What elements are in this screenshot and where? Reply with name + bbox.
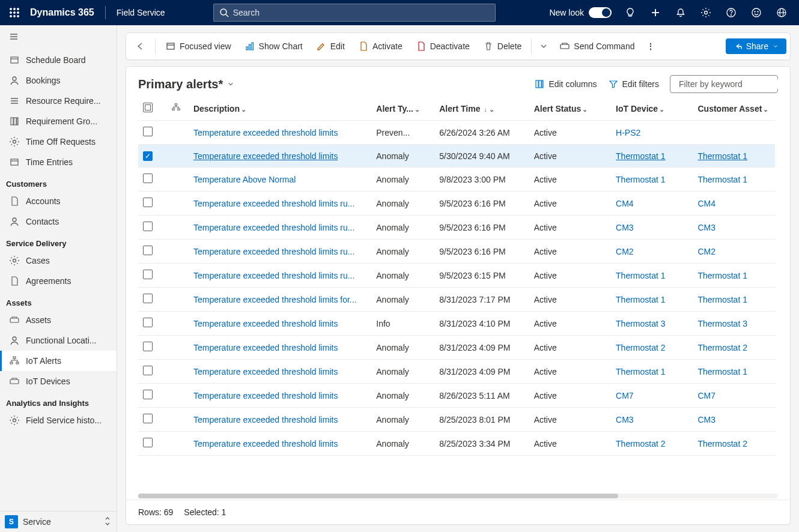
table-row[interactable]: Temperature exceeded threshold limitsAno… [138,384,775,408]
app-launcher-icon[interactable] [5,7,24,18]
nav-item[interactable]: Schedule Board [0,50,117,70]
area-switcher[interactable]: S Service [0,511,117,532]
table-row[interactable]: Temperature exceeded threshold limits ru… [138,240,775,264]
asset-link[interactable]: Thermostat 1 [697,271,747,280]
col-alert-status[interactable]: Alert Status⌄ [529,97,611,121]
device-link[interactable]: CM3 [616,415,634,425]
asset-link[interactable]: Thermostat 1 [697,175,747,184]
table-row[interactable]: Temperature exceeded threshold limits fo… [138,288,775,312]
description-link[interactable]: Temperature exceeded threshold limits ru… [193,223,354,232]
table-row[interactable]: ✓Temperature exceeded threshold limitsAn… [138,145,775,168]
description-link[interactable]: Temperature exceeded threshold limits [193,343,338,352]
description-link[interactable]: Temperature exceeded threshold limits [193,319,338,328]
nav-item[interactable]: Cases [0,250,117,271]
globe-icon[interactable] [769,7,794,18]
row-checkbox-cell[interactable] [138,312,163,336]
checkbox-icon[interactable] [143,366,153,375]
asset-link[interactable]: Thermostat 1 [697,295,747,304]
nav-item[interactable]: Resource Require... [0,91,117,111]
col-hierarchy[interactable] [163,97,189,121]
add-icon[interactable] [643,7,668,18]
show-chart-button[interactable]: Show Chart [238,37,309,55]
asset-link[interactable]: CM3 [697,223,715,232]
table-row[interactable]: Temperature exceeded threshold limitsAno… [138,432,775,456]
checkbox-icon[interactable] [143,318,153,327]
view-title[interactable]: Primary alerts* [138,77,235,91]
horizontal-scrollbar[interactable] [126,492,790,500]
device-link[interactable]: Thermostat 2 [616,343,665,352]
row-checkbox-cell[interactable] [138,432,163,456]
checkbox-icon[interactable] [143,198,153,207]
search-input[interactable] [233,8,490,17]
col-description[interactable]: Description⌄ [189,97,371,121]
feedback-icon[interactable] [744,7,769,18]
back-button[interactable] [130,41,151,52]
row-checkbox-cell[interactable] [138,384,163,408]
module-name[interactable]: Field Service [111,8,171,17]
device-link[interactable]: Thermostat 1 [616,367,665,376]
device-link[interactable]: CM7 [616,391,634,401]
help-icon[interactable] [718,7,744,18]
share-button[interactable]: Share [726,38,786,54]
table-row[interactable]: Temperature exceeded threshold limits ru… [138,192,775,216]
chevron-updown-icon[interactable] [103,516,112,528]
global-search[interactable] [213,4,496,22]
send-command-button[interactable]: Send Command [553,37,640,55]
device-link[interactable]: Thermostat 1 [616,271,665,280]
asset-link[interactable]: Thermostat 2 [697,343,747,352]
checkbox-icon[interactable] [143,390,153,399]
nav-item[interactable]: Field Service histo... [0,410,117,431]
nav-item[interactable]: Accounts [0,191,117,211]
row-checkbox-cell[interactable] [138,360,163,384]
nav-item[interactable]: IoT Alerts [0,351,117,371]
asset-link[interactable]: Thermostat 1 [697,367,747,376]
asset-link[interactable]: CM2 [697,247,715,256]
checkbox-icon[interactable] [143,127,153,136]
nav-item[interactable]: Time Off Requests [0,131,117,152]
activate-button[interactable]: Activate [352,37,409,55]
description-link[interactable]: Temperature exceeded threshold limits ru… [193,247,354,256]
table-row[interactable]: Temperature exceeded threshold limits ru… [138,216,775,240]
description-link[interactable]: Temperature exceeded threshold limits ru… [193,271,354,280]
table-row[interactable]: Temperature exceeded threshold limitsAno… [138,360,775,384]
asset-link[interactable]: CM7 [697,391,715,401]
checkbox-icon[interactable] [143,103,153,112]
row-checkbox-cell[interactable] [138,264,163,288]
description-link[interactable]: Temperature exceeded threshold limits [193,391,338,401]
description-link[interactable]: Temperature exceeded threshold limits fo… [193,295,357,304]
chevron-down-icon[interactable] [226,77,235,91]
description-link[interactable]: Temperature exceeded threshold limits [193,128,338,138]
checkbox-icon[interactable] [143,414,153,423]
bell-icon[interactable] [668,7,693,18]
description-link[interactable]: Temperature exceeded threshold limits [193,367,338,376]
nav-item[interactable]: Assets [0,310,117,330]
device-link[interactable]: CM4 [616,199,634,208]
nav-item[interactable]: Contacts [0,211,117,232]
delete-split-button[interactable] [535,41,552,52]
asset-link[interactable]: Thermostat 2 [697,439,747,449]
row-checkbox-cell[interactable] [138,240,163,264]
nav-item[interactable]: Bookings [0,70,117,91]
row-checkbox-cell[interactable] [138,216,163,240]
table-row[interactable]: Temperature exceeded threshold limits ru… [138,264,775,288]
table-row[interactable]: Temperature Above NormalAnomaly9/8/2023 … [138,168,775,192]
row-checkbox-cell[interactable]: ✓ [138,145,163,168]
device-link[interactable]: Thermostat 3 [616,319,665,328]
sidebar-toggle[interactable] [0,25,117,50]
new-look-toggle[interactable]: New look [549,7,612,18]
col-alert-type[interactable]: Alert Ty...⌄ [371,97,434,121]
device-link[interactable]: Thermostat 1 [616,175,665,184]
checkbox-icon[interactable] [143,222,153,231]
description-link[interactable]: Temperature exceeded threshold limits [193,415,338,425]
device-link[interactable]: Thermostat 1 [616,151,665,161]
checkbox-icon[interactable] [143,270,153,279]
filter-box[interactable] [670,75,778,93]
checkbox-icon[interactable] [143,174,153,183]
asset-link[interactable]: CM4 [697,199,715,208]
edit-filters-button[interactable]: Edit filters [608,79,659,89]
checkbox-icon[interactable] [143,438,153,447]
checkbox-icon[interactable] [143,342,153,351]
row-checkbox-cell[interactable] [138,168,163,192]
description-link[interactable]: Temperature Above Normal [193,175,296,184]
description-link[interactable]: Temperature exceeded threshold limits [193,151,338,161]
